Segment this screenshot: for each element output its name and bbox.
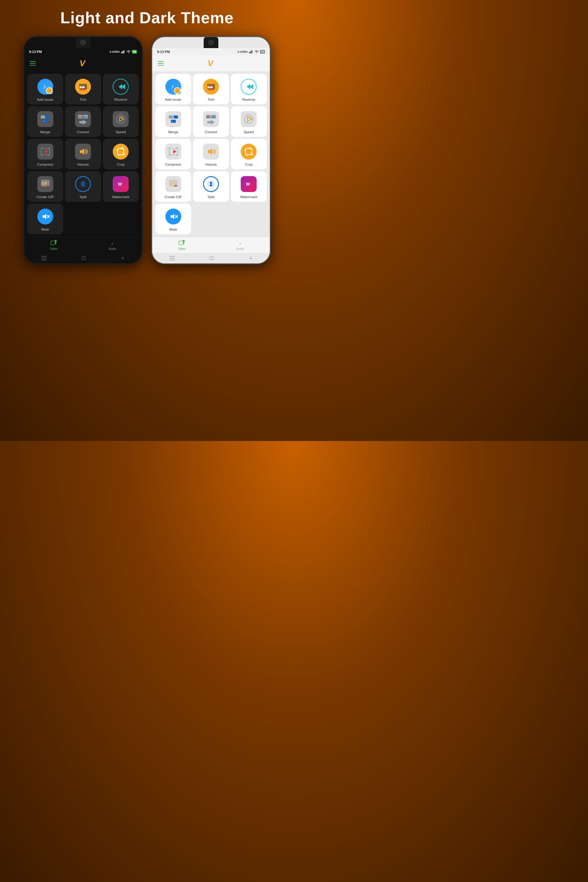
svg-text:♪: ♪ — [171, 83, 174, 90]
compress-icon-light — [165, 143, 182, 160]
svg-rect-103 — [170, 260, 175, 260]
network-speed-light: 0.1KB/s — [238, 50, 248, 53]
battery-light: 78 — [260, 50, 265, 54]
grid-item-convert-dark[interactable]: MP4 AVI Convert — [65, 106, 101, 137]
svg-text:▶▶: ▶▶ — [80, 85, 86, 89]
app-header-light: V — [152, 56, 270, 71]
grid-light: ♪ + Add music — [152, 71, 270, 237]
split-icon-light — [202, 176, 220, 193]
grid-item-add-music-light[interactable]: ♪ + Add music — [155, 74, 191, 104]
time-light: 9:13 PM — [157, 50, 170, 54]
svg-rect-44 — [51, 241, 55, 245]
nav-audio-dark[interactable]: ♪ Audio — [108, 240, 116, 250]
bottom-nav-light: Video ♪ Audio — [152, 237, 270, 253]
mute-label-dark: Mute — [41, 228, 49, 231]
crop-icon-light — [240, 143, 257, 160]
svg-rect-50 — [41, 260, 47, 260]
crop-label-light: Crop — [245, 163, 253, 166]
back-nav-dark[interactable] — [120, 256, 124, 260]
svg-point-62 — [212, 88, 213, 90]
grid-item-merge-light[interactable]: + Merge — [155, 106, 191, 137]
bottom-nav-dark: Video ♪ Audio — [24, 237, 142, 253]
nav-audio-light[interactable]: ♪ Audio — [236, 240, 244, 250]
grid-item-gif-light[interactable]: GIF Create GIF — [155, 171, 191, 202]
split-label-light: Split — [208, 195, 214, 199]
volume-icon-light — [202, 143, 220, 160]
gif-icon-dark: GIF — [37, 176, 54, 193]
grid-item-gif-dark[interactable]: GIF Create GIF — [27, 171, 63, 202]
hamburger-icon-light[interactable] — [158, 61, 164, 66]
grid-item-mute-dark[interactable]: Mute — [27, 204, 63, 234]
grid-item-split-light[interactable]: Split — [193, 171, 229, 202]
menu-nav-light[interactable] — [170, 256, 175, 260]
svg-marker-82 — [208, 148, 212, 155]
svg-marker-24 — [45, 150, 48, 153]
svg-text:♪: ♪ — [239, 241, 242, 246]
app-logo-light: V — [208, 58, 213, 68]
svg-point-99 — [183, 240, 184, 242]
svg-point-8 — [81, 88, 82, 90]
home-nav-dark[interactable] — [81, 256, 86, 260]
app-logo-dark: V — [80, 58, 86, 68]
grid-item-speed-light[interactable]: Speed — [231, 106, 267, 137]
grid-item-crop-light[interactable]: Crop — [231, 139, 267, 170]
reverse-label-light: Reverse — [242, 98, 255, 101]
svg-point-61 — [208, 88, 210, 90]
phone-screen-dark: 9:13 PM 0.1KB/s 98 — [24, 48, 142, 263]
wifi-icon-light — [255, 50, 259, 53]
svg-text:♪: ♪ — [43, 83, 46, 90]
camera-bump-light — [204, 37, 218, 48]
grid-item-compress-light[interactable]: Compress — [155, 139, 191, 170]
merge-icon-light: + — [165, 111, 182, 128]
nav-video-dark[interactable]: Video — [50, 240, 57, 250]
grid-item-reverse-dark[interactable]: Reverse — [103, 74, 139, 104]
svg-text:GIF: GIF — [170, 182, 176, 185]
gif-label-light: Create GIF — [165, 195, 182, 199]
volume-label-dark: Volume — [77, 163, 89, 166]
svg-rect-3 — [124, 50, 124, 53]
volume-label-light: Volume — [205, 163, 217, 166]
back-nav-light[interactable] — [248, 256, 253, 260]
grid-item-speed-dark[interactable]: Speed — [103, 106, 139, 137]
hamburger-icon-dark[interactable] — [30, 61, 36, 66]
grid-item-merge-dark[interactable]: + Merge — [27, 106, 63, 137]
split-icon-dark — [74, 176, 92, 193]
mute-icon-dark — [37, 208, 54, 225]
phones-container: 9:13 PM 0.1KB/s 98 — [23, 36, 271, 264]
grid-item-watermark-dark[interactable]: W Watermark — [103, 171, 139, 202]
svg-rect-2 — [123, 51, 123, 53]
grid-item-trim-dark[interactable]: ▶▶ Trim — [65, 74, 101, 104]
grid-item-convert-light[interactable]: MP4 AVI Convert — [193, 106, 229, 137]
trim-icon-light: ▶▶ — [202, 78, 220, 95]
svg-rect-101 — [170, 256, 175, 256]
grid-item-reverse-light[interactable]: Reverse — [231, 74, 267, 104]
grid-item-split-dark[interactable]: Split — [65, 171, 101, 202]
grid-item-mute-light[interactable]: Mute — [155, 204, 191, 234]
camera-lens-dark — [80, 40, 86, 45]
watermark-label-light: Watermark — [240, 195, 257, 199]
grid-item-volume-dark[interactable]: Volume — [65, 139, 101, 170]
grid-item-crop-dark[interactable]: Crop — [103, 139, 139, 170]
grid-item-add-music-dark[interactable]: ♪ + Add music — [27, 74, 63, 104]
time-dark: 9:13 PM — [29, 50, 42, 54]
nav-video-light[interactable]: Video — [178, 240, 185, 250]
crop-icon-dark — [112, 143, 129, 160]
svg-text:W: W — [118, 182, 122, 186]
svg-rect-97 — [179, 241, 183, 245]
svg-text:GIF: GIF — [42, 182, 48, 185]
grid-item-compress-dark[interactable]: Compress — [27, 139, 63, 170]
svg-marker-94 — [171, 214, 174, 219]
grid-item-watermark-light[interactable]: W Watermark — [231, 171, 267, 202]
compress-label-light: Compress — [165, 163, 181, 166]
svg-text:MP4: MP4 — [206, 116, 211, 118]
svg-marker-52 — [122, 256, 123, 260]
menu-nav-dark[interactable] — [41, 256, 47, 260]
grid-item-volume-light[interactable]: Volume — [193, 139, 229, 170]
watermark-icon-light: W — [240, 176, 257, 193]
svg-rect-65 — [169, 116, 173, 118]
grid-item-trim-light[interactable]: ▶▶ Trim — [193, 74, 229, 104]
wifi-icon-dark — [126, 50, 131, 53]
speed-icon-dark — [112, 111, 129, 128]
battery-dark: 98 — [132, 50, 137, 54]
home-nav-light[interactable] — [210, 256, 214, 260]
